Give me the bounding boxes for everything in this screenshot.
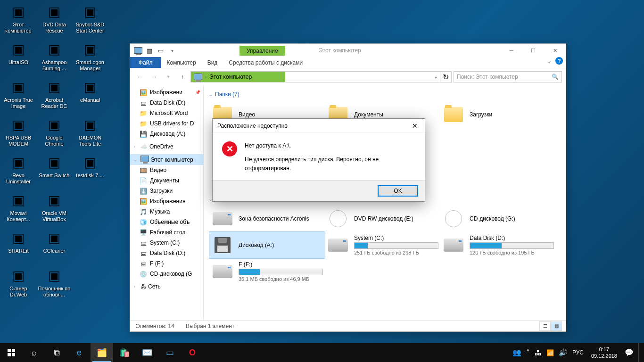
show-desktop-button[interactable]: [638, 343, 641, 362]
close-button[interactable]: ✕: [544, 44, 566, 57]
desktop-icon[interactable]: ▣Ashampoo Burning ...: [37, 39, 72, 76]
help-icon[interactable]: ?: [555, 57, 563, 65]
qat-newfolder-icon[interactable]: ▭: [156, 45, 166, 56]
desktop-icon[interactable]: ▣HSPA USB MODEM: [1, 114, 36, 152]
desktop-icon[interactable]: ▣SmartLogon Manager: [73, 39, 107, 76]
ribbon-tab-computer[interactable]: Компьютер: [161, 57, 202, 68]
nav-item[interactable]: 🖼️Изображени: [130, 87, 203, 98]
taskbar-store[interactable]: 🛍️: [113, 343, 136, 362]
desktop-icon[interactable]: ▣Acrobat Reader DC: [37, 76, 72, 114]
tray-clock[interactable]: 0:17 09.12.2018: [588, 346, 620, 360]
ribbon-expand-icon[interactable]: ⌵: [547, 58, 551, 65]
drive-item[interactable]: F (F:)35,1 МБ свободно из 46,9 МБ: [209, 258, 325, 285]
taskbar-edge[interactable]: e: [68, 343, 91, 362]
nav-item[interactable]: 📄Документы: [130, 175, 203, 186]
addressbar-dropdown-icon[interactable]: ⌵: [431, 72, 440, 82]
start-button[interactable]: [0, 343, 23, 362]
maximize-button[interactable]: ☐: [522, 44, 544, 57]
addressbar[interactable]: › Этот компьютер ⌵ ↻: [190, 71, 452, 82]
minimize-button[interactable]: ─: [501, 44, 522, 57]
desktop-icon[interactable]: ▣eManual: [73, 76, 107, 114]
nav-item[interactable]: 🖴System (C:): [130, 238, 203, 248]
search-icon[interactable]: 🔍: [552, 74, 559, 80]
nav-item[interactable]: 🖼️Изображения: [130, 196, 203, 206]
qat-customize-icon[interactable]: ▾: [167, 45, 177, 56]
dialog-close-button[interactable]: ✕: [405, 119, 425, 133]
search-button[interactable]: ⌕: [23, 343, 45, 362]
nav-item[interactable]: ⬇️Загрузки: [130, 186, 203, 196]
nav-item-icon: ⬇️: [140, 187, 147, 195]
drive-item[interactable]: Data Disk (D:)120 ГБ свободно из 195 ГБ: [440, 232, 556, 258]
view-tiles-button[interactable]: ▦: [551, 321, 562, 331]
desktop-icon[interactable]: ▣Google Chrome: [37, 114, 72, 152]
desktop-icon[interactable]: ▣Этот компьютер: [1, 1, 36, 39]
taskbar-mail[interactable]: ✉️: [136, 343, 158, 362]
item-name: Загрузки: [470, 111, 554, 118]
desktop-icon[interactable]: ▣Oracle VM VirtualBox: [37, 189, 72, 227]
nav-item[interactable]: 🖴Data Disk (D:): [130, 98, 203, 108]
nav-item[interactable]: 🎵Музыка: [130, 206, 203, 217]
titlebar[interactable]: ▥ ▭ ▾ Управление Этот компьютер ─ ☐ ✕: [130, 44, 566, 57]
qat-properties-icon[interactable]: ▥: [144, 45, 155, 56]
taskbar-app[interactable]: ▭: [158, 343, 181, 362]
taskbar-explorer[interactable]: 🗂️: [91, 343, 113, 362]
ribbon-tab-drivetools[interactable]: Средства работы с дисками: [223, 57, 308, 68]
ribbon-tab-view[interactable]: Вид: [202, 57, 223, 68]
desktop-icon[interactable]: ▣testdisk-7....: [73, 152, 107, 189]
desktop-icon[interactable]: ▣Сканер Dr.Web: [1, 265, 36, 303]
nav-back-button[interactable]: ←: [134, 71, 146, 83]
nav-item[interactable]: 🖴F (F:): [130, 258, 203, 269]
desktop-icon[interactable]: ▣Spybot-S&D Start Center: [73, 1, 107, 39]
nav-item[interactable]: 📁Microsoft Word: [130, 108, 203, 118]
nav-group-network[interactable]: ›🖧Сеть: [130, 282, 203, 291]
tray-wifi-icon[interactable]: 📶: [546, 349, 554, 356]
desktop-icon[interactable]: ▣Помощник по обновл...: [37, 265, 72, 303]
taskbar-opera[interactable]: O: [181, 343, 204, 362]
desktop-icon[interactable]: ▣DAEMON Tools Lite: [73, 114, 107, 152]
dialog-titlebar[interactable]: Расположение недоступно ✕: [213, 119, 425, 133]
desktop-icon[interactable]: ▣CCleaner: [37, 227, 72, 265]
nav-item[interactable]: 🎞️Видео: [130, 165, 203, 175]
drive-item[interactable]: Дисковод (A:): [209, 232, 325, 258]
drive-item[interactable]: Зона безопасности Acronis: [209, 206, 325, 232]
desktop-icon-label: Oracle VM VirtualBox: [38, 210, 71, 222]
nav-item[interactable]: 🖥️Рабочий стол: [130, 227, 203, 238]
folder-item[interactable]: Загрузки: [440, 101, 556, 128]
refresh-button[interactable]: ↻: [440, 72, 451, 82]
desktop-icon[interactable]: ▣Smart Switch: [37, 152, 72, 189]
view-details-button[interactable]: ☲: [539, 321, 551, 331]
nav-group-onedrive[interactable]: ›☁️OneDrive: [130, 142, 203, 151]
desktop-icon[interactable]: ▣DVD Data Rescue: [37, 1, 72, 39]
desktop-icon[interactable]: ▣Acronis True Image: [1, 76, 36, 114]
nav-item[interactable]: 🖴Data Disk (D:): [130, 248, 203, 258]
nav-group-thispc[interactable]: ⌵Этот компьютер: [130, 154, 203, 165]
tray-people-icon[interactable]: 👥: [512, 348, 521, 357]
desktop-icon[interactable]: ▣Movavi Конверт...: [1, 189, 36, 227]
ribbon-tab-file[interactable]: Файл: [130, 57, 161, 68]
desktop-icon-label: eManual: [80, 97, 100, 103]
nav-recent-button[interactable]: ▼: [162, 71, 174, 83]
desktop-icon[interactable]: ▣Revo Uninstaller: [1, 152, 36, 189]
tray-notifications-icon[interactable]: 💬: [625, 348, 634, 357]
drive-item[interactable]: System (C:)251 ГБ свободно из 298 ГБ: [325, 232, 440, 258]
navigation-pane[interactable]: 🖼️Изображени🖴Data Disk (D:)📁Microsoft Wo…: [130, 85, 204, 320]
tray-network-icon[interactable]: 🖧: [535, 349, 542, 357]
group-header-folders[interactable]: ⌵ Папки (7): [209, 91, 560, 98]
tray-overflow-icon[interactable]: ˄: [526, 348, 530, 357]
search-input[interactable]: Поиск: Этот компьютер 🔍: [454, 71, 562, 82]
taskview-button[interactable]: ⧉: [45, 343, 68, 362]
drive-item[interactable]: CD-дисковод (G:): [440, 206, 556, 232]
nav-item[interactable]: 💿CD-дисковод (G: [130, 269, 203, 279]
nav-item[interactable]: 💾Дисковод (A:): [130, 129, 203, 139]
nav-item[interactable]: 📁USB drivers for D: [130, 118, 203, 129]
tray-volume-icon[interactable]: 🔊: [559, 348, 568, 357]
nav-item[interactable]: 🧊Объемные объ: [130, 217, 203, 227]
system-menu-icon[interactable]: [133, 45, 143, 56]
drive-item[interactable]: DVD RW дисковод (E:): [325, 206, 440, 232]
tray-language[interactable]: РУС: [572, 349, 584, 356]
desktop-icon[interactable]: ▣SHAREit: [1, 227, 36, 265]
desktop-icon[interactable]: ▣UltraISO: [1, 39, 36, 76]
nav-up-button[interactable]: ↑: [176, 71, 189, 83]
chevron-right-icon[interactable]: ›: [205, 74, 206, 80]
dialog-ok-button[interactable]: OK: [378, 185, 418, 197]
